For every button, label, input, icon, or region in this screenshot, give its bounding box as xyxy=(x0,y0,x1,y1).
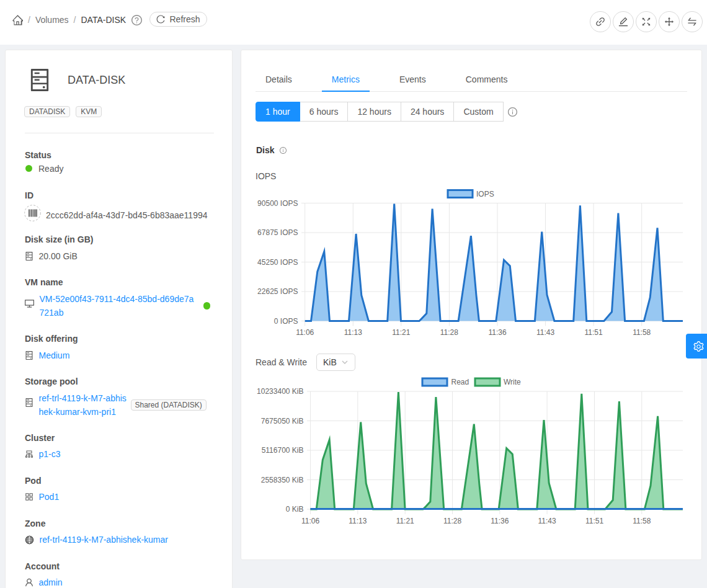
svg-text:11:36: 11:36 xyxy=(491,517,509,525)
svg-text:11:58: 11:58 xyxy=(633,328,651,337)
svg-text:90500 IOPS: 90500 IOPS xyxy=(257,199,298,208)
svg-text:0 KiB: 0 KiB xyxy=(286,505,304,514)
svg-text:11:06: 11:06 xyxy=(296,328,314,337)
svg-text:2558350 KiB: 2558350 KiB xyxy=(261,476,304,484)
svg-text:45250 IOPS: 45250 IOPS xyxy=(257,258,298,267)
svg-text:11:43: 11:43 xyxy=(538,517,556,525)
svg-text:11:36: 11:36 xyxy=(488,328,506,337)
svg-text:0 IOPS: 0 IOPS xyxy=(274,317,298,326)
svg-text:IOPS: IOPS xyxy=(476,190,494,198)
svg-text:11:51: 11:51 xyxy=(585,517,603,525)
svg-text:Write: Write xyxy=(504,378,521,386)
svg-text:11:28: 11:28 xyxy=(443,517,461,525)
svg-text:5116700 KiB: 5116700 KiB xyxy=(262,446,304,455)
svg-text:11:13: 11:13 xyxy=(349,517,367,525)
svg-text:11:21: 11:21 xyxy=(396,517,414,525)
svg-text:11:58: 11:58 xyxy=(633,517,651,525)
svg-text:10233400 KiB: 10233400 KiB xyxy=(257,387,303,396)
svg-text:11:06: 11:06 xyxy=(301,517,319,525)
svg-text:11:21: 11:21 xyxy=(392,328,410,337)
svg-text:11:28: 11:28 xyxy=(440,328,458,337)
svg-text:11:51: 11:51 xyxy=(585,328,603,337)
svg-text:67875 IOPS: 67875 IOPS xyxy=(257,228,298,237)
svg-text:11:13: 11:13 xyxy=(344,328,362,337)
svg-text:Read: Read xyxy=(451,378,469,386)
svg-text:7675050 KiB: 7675050 KiB xyxy=(261,417,304,425)
svg-text:11:43: 11:43 xyxy=(536,328,554,337)
svg-text:22625 IOPS: 22625 IOPS xyxy=(257,287,298,296)
